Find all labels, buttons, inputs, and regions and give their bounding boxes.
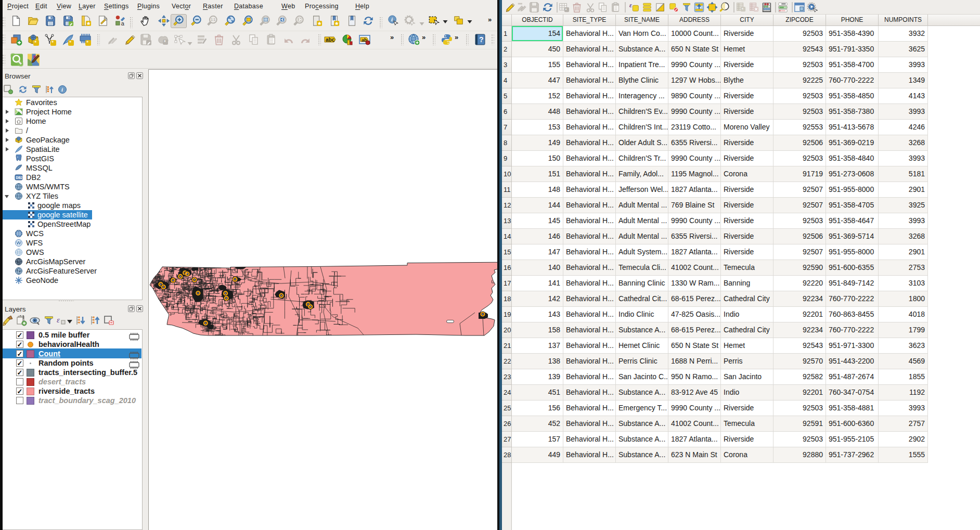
svg-text:*: * bbox=[51, 40, 54, 46]
svg-text:*: * bbox=[164, 40, 166, 45]
svg-text:*: * bbox=[565, 7, 567, 12]
svg-text:abc: abc bbox=[326, 37, 335, 43]
svg-text:DB2: DB2 bbox=[16, 176, 23, 179]
svg-text:a: a bbox=[121, 20, 125, 27]
svg-text:*: * bbox=[742, 7, 744, 12]
svg-text:*: * bbox=[86, 40, 89, 46]
svg-text:ε: ε bbox=[629, 2, 632, 9]
svg-text:*: * bbox=[69, 40, 72, 46]
svg-text:ε: ε bbox=[57, 316, 60, 324]
svg-text:?: ? bbox=[479, 35, 484, 44]
svg-text:*: * bbox=[34, 40, 37, 46]
svg-text:1:1: 1:1 bbox=[211, 18, 215, 21]
